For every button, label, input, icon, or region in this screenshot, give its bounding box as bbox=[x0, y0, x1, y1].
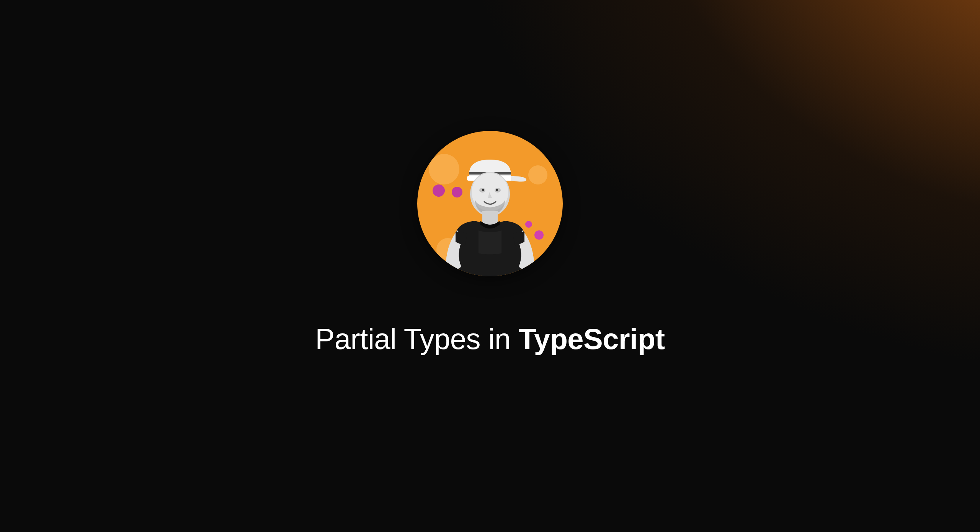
svg-point-7 bbox=[496, 189, 498, 191]
title-highlight: TypeScript bbox=[518, 323, 665, 355]
author-avatar bbox=[417, 131, 563, 276]
svg-point-6 bbox=[482, 189, 484, 191]
content-container: Partial Types in TypeScript bbox=[0, 0, 980, 509]
title-prefix: Partial Types in bbox=[315, 323, 519, 355]
svg-rect-8 bbox=[482, 211, 498, 225]
person-illustration bbox=[429, 154, 551, 276]
page-title: Partial Types in TypeScript bbox=[315, 322, 665, 356]
